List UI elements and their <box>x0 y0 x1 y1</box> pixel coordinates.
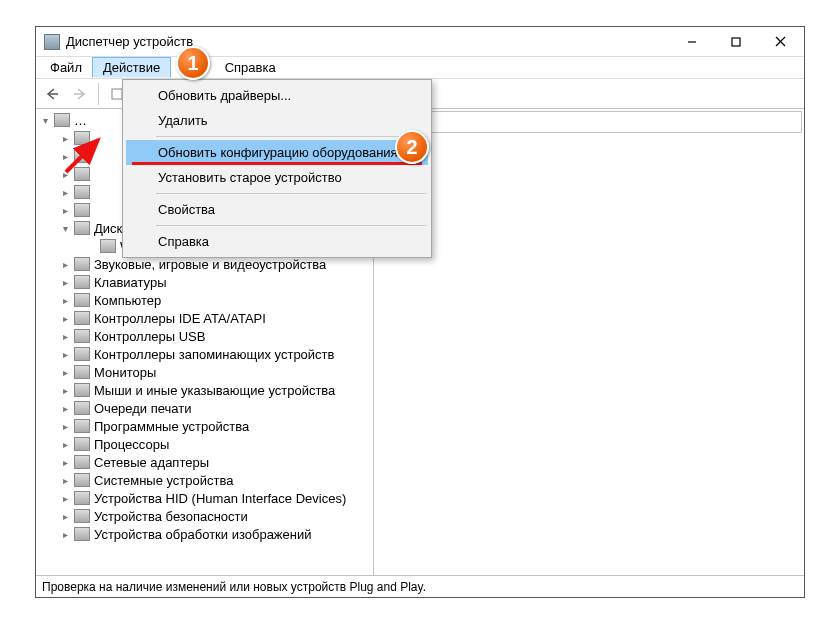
expand-icon[interactable]: ▸ <box>58 347 72 361</box>
collapse-icon[interactable]: ▾ <box>58 221 72 235</box>
app-icon <box>44 34 60 50</box>
expand-icon[interactable]: ▸ <box>58 383 72 397</box>
menu-delete[interactable]: Удалить <box>126 108 428 133</box>
tree-label: Системные устройства <box>94 473 233 488</box>
tree-label: Клавиатуры <box>94 275 167 290</box>
menu-file[interactable]: Файл <box>40 57 92 78</box>
computer-icon <box>54 113 70 127</box>
tree-label: Звуковые, игровые и видеоустройства <box>94 257 326 272</box>
details-pane <box>374 109 804 575</box>
mouse-icon <box>74 383 90 397</box>
device-manager-window: Диспетчер устройств Файл Действие Вид Сп… <box>35 26 805 598</box>
tree-node-computer[interactable]: ▸Компьютер <box>36 291 373 309</box>
statusbar: Проверка на наличие изменений или новых … <box>36 575 804 597</box>
callout-number: 2 <box>406 136 417 159</box>
tree-label: Устройства безопасности <box>94 509 248 524</box>
titlebar: Диспетчер устройств <box>36 27 804 57</box>
disk-icon <box>74 221 90 235</box>
tree-label: Очереди печати <box>94 401 192 416</box>
menu-properties[interactable]: Свойства <box>126 197 428 222</box>
forward-button[interactable] <box>68 82 92 106</box>
expand-icon[interactable]: ▸ <box>58 419 72 433</box>
usb-icon <box>74 329 90 343</box>
menu-update-drivers[interactable]: Обновить драйверы... <box>126 83 428 108</box>
tree-node-printqueues[interactable]: ▸Очереди печати <box>36 399 373 417</box>
tree-node-software[interactable]: ▸Программные устройства <box>36 417 373 435</box>
computer-icon <box>74 293 90 307</box>
tree-node-hid[interactable]: ▸Устройства HID (Human Interface Devices… <box>36 489 373 507</box>
security-icon <box>74 509 90 523</box>
expand-icon[interactable]: ▸ <box>58 401 72 415</box>
tree-node-ide[interactable]: ▸Контроллеры IDE ATA/ATAPI <box>36 309 373 327</box>
callout-1: 1 <box>176 46 210 80</box>
menu-help[interactable]: Справка <box>215 57 286 78</box>
tree-node-mice[interactable]: ▸Мыши и иные указывающие устройства <box>36 381 373 399</box>
details-header <box>376 111 802 133</box>
menu-separator <box>156 136 426 137</box>
hid-icon <box>74 491 90 505</box>
tree-node-netadapters[interactable]: ▸Сетевые адаптеры <box>36 453 373 471</box>
tree-label: Контроллеры запоминающих устройств <box>94 347 334 362</box>
expand-icon[interactable]: ▸ <box>58 527 72 541</box>
menu-separator <box>156 225 426 226</box>
menu-scan-hardware[interactable]: Обновить конфигурацию оборудования <box>126 140 428 165</box>
menu-label: Обновить конфигурацию оборудования <box>158 145 398 160</box>
software-icon <box>74 419 90 433</box>
keyboard-icon <box>74 275 90 289</box>
tree-node-imaging[interactable]: ▸Устройства обработки изображений <box>36 525 373 543</box>
expand-icon[interactable]: ▸ <box>58 473 72 487</box>
audio-icon <box>74 257 90 271</box>
tree-node-storage-ctrl[interactable]: ▸Контроллеры запоминающих устройств <box>36 345 373 363</box>
expand-icon[interactable]: ▸ <box>58 491 72 505</box>
back-button[interactable] <box>40 82 64 106</box>
expand-icon[interactable]: ▸ <box>58 455 72 469</box>
printer-icon <box>74 401 90 415</box>
minimize-button[interactable] <box>670 28 714 56</box>
arrow-icon <box>60 130 110 180</box>
expand-icon[interactable]: ▸ <box>58 509 72 523</box>
controller-icon <box>74 347 90 361</box>
monitor-icon <box>74 365 90 379</box>
menubar: Файл Действие Вид Справка <box>36 57 804 79</box>
tree-node-keyboards[interactable]: ▸Клавиатуры <box>36 273 373 291</box>
imaging-icon <box>74 527 90 541</box>
tree-label: Программные устройства <box>94 419 249 434</box>
svg-rect-1 <box>732 38 740 46</box>
tree-node-usb[interactable]: ▸Контроллеры USB <box>36 327 373 345</box>
svg-rect-4 <box>112 89 122 99</box>
callout-2: 2 <box>395 130 429 164</box>
tree-node-system[interactable]: ▸Системные устройства <box>36 471 373 489</box>
maximize-button[interactable] <box>714 28 758 56</box>
tree-label: Устройства обработки изображений <box>94 527 312 542</box>
network-icon <box>74 455 90 469</box>
cpu-icon <box>74 437 90 451</box>
expand-icon[interactable]: ▸ <box>58 437 72 451</box>
expand-icon[interactable]: ▸ <box>58 329 72 343</box>
tree-label: Устройства HID (Human Interface Devices) <box>94 491 346 506</box>
expand-icon[interactable]: ▸ <box>58 365 72 379</box>
expand-icon[interactable]: ▸ <box>58 275 72 289</box>
tree-label: Сетевые адаптеры <box>94 455 209 470</box>
tree-label: … <box>74 113 87 128</box>
toolbar-separator <box>98 83 99 105</box>
menu-help-item[interactable]: Справка <box>126 229 428 254</box>
tree-label: Компьютер <box>94 293 161 308</box>
tree-label: Процессоры <box>94 437 169 452</box>
menu-add-legacy[interactable]: Установить старое устройство <box>126 165 428 190</box>
tree-label: Мониторы <box>94 365 156 380</box>
expand-icon[interactable]: ▸ <box>58 293 72 307</box>
callout-number: 1 <box>187 52 198 75</box>
hdd-icon <box>100 239 116 253</box>
action-dropdown: Обновить драйверы... Удалить Обновить ко… <box>122 79 432 258</box>
tree-node-cpus[interactable]: ▸Процессоры <box>36 435 373 453</box>
expand-icon[interactable]: ▸ <box>58 257 72 271</box>
expand-icon[interactable]: ▸ <box>58 311 72 325</box>
menu-action[interactable]: Действие <box>92 57 171 78</box>
close-button[interactable] <box>758 28 802 56</box>
tree-label: Контроллеры IDE ATA/ATAPI <box>94 311 266 326</box>
status-text: Проверка на наличие изменений или новых … <box>42 580 426 594</box>
tree-node-security[interactable]: ▸Устройства безопасности <box>36 507 373 525</box>
tree-node-monitors[interactable]: ▸Мониторы <box>36 363 373 381</box>
expand-icon[interactable]: ▾ <box>38 113 52 127</box>
tree-label: Контроллеры USB <box>94 329 205 344</box>
